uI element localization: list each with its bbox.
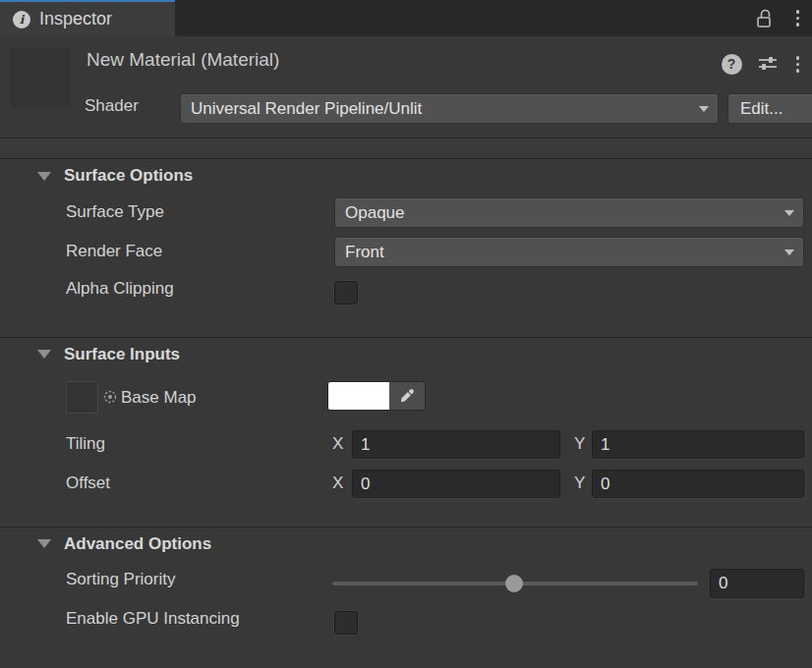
inspector-panel: i Inspector New Material (Material) ?: [0, 0, 812, 668]
section-title: Surface Options: [64, 166, 193, 186]
render-face-dropdown[interactable]: Front: [334, 237, 804, 267]
section-advanced-options: Advanced Options Sorting Priority Enable…: [0, 528, 812, 639]
tab-bar: i Inspector: [0, 0, 812, 36]
render-face-label: Render Face: [66, 242, 162, 261]
section-surface-options: Surface Options Surface Type Opaque Rend…: [0, 159, 812, 337]
offset-label: Offset: [66, 473, 110, 493]
tiling-row: Tiling X Y: [0, 424, 812, 464]
sorting-priority-label: Sorting Priority: [66, 570, 175, 589]
sorting-priority-slider-thumb[interactable]: [505, 575, 523, 592]
help-icon[interactable]: ?: [722, 54, 742, 75]
tiling-y-label: Y: [574, 434, 585, 454]
info-icon: i: [13, 11, 30, 28]
surface-type-value: Opaque: [345, 203, 405, 223]
base-map-color-control: [327, 381, 426, 411]
material-title: New Material (Material): [87, 49, 279, 71]
foldout-triangle-icon: [37, 539, 51, 548]
foldout-triangle-icon: [37, 350, 51, 359]
tiling-y-field[interactable]: [592, 430, 804, 459]
surface-inputs-header[interactable]: Surface Inputs: [0, 338, 812, 370]
gpu-instancing-checkbox[interactable]: [334, 611, 358, 635]
presets-icon[interactable]: [756, 54, 780, 74]
gpu-instancing-row: Enable GPU Instancing: [0, 599, 812, 639]
offset-y-field[interactable]: [592, 470, 804, 498]
tiling-x-field[interactable]: [352, 430, 560, 459]
shader-label: Shader: [85, 96, 139, 116]
material-menu-icon[interactable]: [793, 53, 803, 76]
surface-type-label: Surface Type: [66, 202, 164, 222]
texture-picker-icon[interactable]: [102, 389, 118, 405]
eyedropper-button[interactable]: [389, 382, 425, 410]
shader-edit-button[interactable]: Edit...: [727, 93, 812, 124]
material-preview-thumbnail: [10, 47, 71, 108]
offset-x-label: X: [332, 473, 343, 493]
header-separator-band: [0, 138, 812, 159]
foldout-triangle-icon: [37, 172, 51, 181]
base-map-label: Base Map: [121, 381, 197, 414]
chevron-down-icon: [784, 250, 794, 255]
tab-inspector[interactable]: i Inspector: [0, 0, 175, 36]
shader-dropdown[interactable]: Universal Render Pipeline/Unlit: [180, 93, 719, 124]
sorting-priority-field[interactable]: [710, 569, 804, 598]
unlock-icon[interactable]: [754, 8, 774, 29]
surface-options-header[interactable]: Surface Options: [0, 159, 812, 193]
render-face-value: Front: [345, 243, 384, 262]
chevron-down-icon: [699, 106, 709, 112]
sorting-priority-row: Sorting Priority: [0, 560, 812, 599]
chevron-down-icon: [784, 210, 794, 216]
tiling-x-label: X: [332, 434, 343, 454]
render-face-row: Render Face Front: [0, 232, 812, 271]
advanced-options-header[interactable]: Advanced Options: [0, 528, 812, 560]
gpu-instancing-label: Enable GPU Instancing: [66, 609, 240, 629]
offset-x-field[interactable]: [352, 470, 560, 498]
tab-label: Inspector: [39, 9, 112, 29]
section-title: Surface Inputs: [64, 345, 180, 364]
offset-row: Offset X Y: [0, 464, 812, 503]
section-surface-inputs: Surface Inputs Base Map Tiling: [0, 338, 812, 527]
material-header: New Material (Material) ? Shader Univers…: [0, 36, 812, 138]
base-map-texture-slot[interactable]: [66, 381, 98, 414]
offset-y-label: Y: [574, 473, 585, 493]
alpha-clipping-label: Alpha Clipping: [66, 279, 174, 299]
shader-dropdown-value: Universal Render Pipeline/Unlit: [191, 99, 422, 119]
alpha-clipping-row: Alpha Clipping: [0, 271, 812, 306]
tiling-label: Tiling: [66, 434, 105, 454]
base-map-row: Base Map: [0, 370, 812, 424]
surface-type-row: Surface Type Opaque: [0, 193, 812, 232]
base-map-color-swatch[interactable]: [328, 382, 389, 410]
window-menu-icon[interactable]: [793, 7, 803, 29]
alpha-clipping-checkbox[interactable]: [334, 281, 358, 305]
surface-type-dropdown[interactable]: Opaque: [334, 197, 804, 228]
section-title: Advanced Options: [64, 534, 211, 554]
